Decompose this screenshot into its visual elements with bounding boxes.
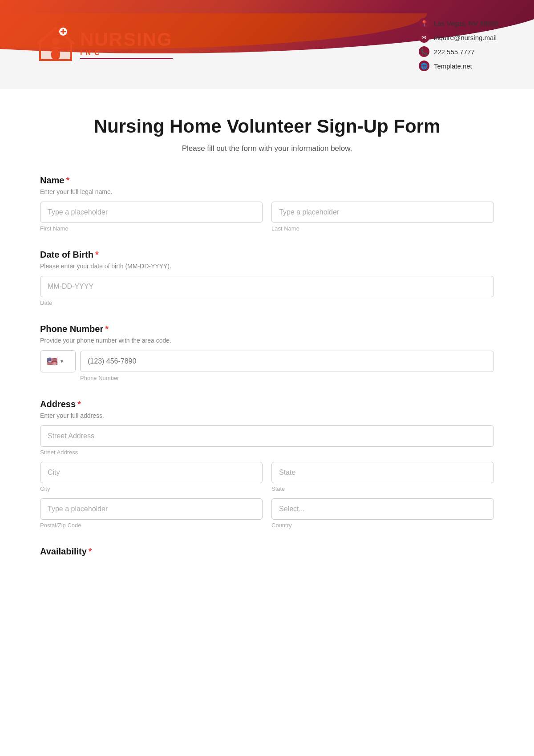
city-state-row: City State [40, 462, 494, 492]
phone-row: 🇺🇸 ▾ [40, 350, 494, 372]
dob-section: Date of Birth* Please enter your date of… [40, 250, 494, 306]
header: NURSING INC 📍 Las Vegas, NV 89030 ✉ inqu… [0, 0, 534, 89]
availability-label: Availability* [40, 546, 494, 557]
contact-address: 📍 Las Vegas, NV 89030 [419, 18, 498, 28]
street-input[interactable] [40, 425, 494, 447]
first-name-group: First Name [40, 202, 263, 232]
city-group: City [40, 462, 263, 492]
phone-text: 222 555 7777 [434, 48, 475, 56]
name-hint: Enter your full legal name. [40, 188, 494, 195]
name-label: Name* [40, 175, 494, 186]
first-name-hint: First Name [40, 225, 263, 232]
country-selector[interactable]: 🇺🇸 ▾ [40, 350, 76, 372]
svg-point-3 [52, 38, 59, 45]
address-section: Address* Enter your full address. Street… [40, 399, 494, 529]
zip-input[interactable] [40, 498, 263, 520]
contact-info: 📍 Las Vegas, NV 89030 ✉ inquire@nursing.… [419, 18, 498, 71]
form-subtitle: Please fill out the form with your infor… [40, 144, 494, 153]
logo-icon [36, 24, 76, 65]
location-icon: 📍 [419, 18, 429, 28]
dob-hint: Please enter your date of birth (MM-DD-Y… [40, 263, 494, 270]
required-star-phone: * [105, 324, 109, 334]
company-name: NURSING [80, 30, 173, 49]
required-star: * [66, 175, 69, 185]
name-section: Name* Enter your full legal name. First … [40, 175, 494, 232]
required-star-address: * [77, 399, 81, 409]
state-hint: State [271, 485, 494, 492]
svg-rect-2 [51, 49, 60, 60]
name-fields: First Name Last Name [40, 202, 494, 232]
phone-label: Phone Number* [40, 324, 494, 334]
country-input[interactable] [271, 498, 494, 520]
chevron-down-icon: ▾ [61, 358, 63, 364]
address-label: Address* [40, 399, 494, 409]
zip-country-row: Postal/Zip Code Country [40, 498, 494, 529]
dob-input[interactable] [40, 276, 494, 297]
availability-section: Availability* [40, 546, 494, 557]
email-icon: ✉ [419, 32, 429, 43]
phone-hint: Provide your phone number with the area … [40, 337, 494, 344]
form-title: Nursing Home Volunteer Sign-Up Form [40, 116, 494, 137]
logo-text: NURSING INC [80, 30, 173, 59]
flag-emoji: 🇺🇸 [47, 356, 58, 367]
contact-website: 🌐 Template.net [419, 61, 498, 71]
city-hint: City [40, 485, 263, 492]
web-icon: 🌐 [419, 61, 429, 71]
country-hint: Country [271, 522, 494, 529]
last-name-input[interactable] [271, 202, 494, 223]
contact-email: ✉ inquire@nursing.mail [419, 32, 498, 43]
required-star-dob: * [95, 250, 99, 259]
country-group: Country [271, 498, 494, 529]
zip-hint: Postal/Zip Code [40, 522, 263, 529]
zip-group: Postal/Zip Code [40, 498, 263, 529]
state-input[interactable] [271, 462, 494, 483]
address-text: Las Vegas, NV 89030 [434, 20, 498, 27]
address-hint: Enter your full address. [40, 412, 494, 419]
first-name-input[interactable] [40, 202, 263, 223]
dob-group: Date [40, 276, 494, 306]
required-star-availability: * [89, 546, 92, 556]
main-content: Nursing Home Volunteer Sign-Up Form Plea… [0, 89, 534, 610]
contact-phone: 📞 222 555 7777 [419, 46, 498, 57]
dob-label: Date of Birth* [40, 250, 494, 260]
last-name-group: Last Name [271, 202, 494, 232]
email-text: inquire@nursing.mail [434, 34, 497, 41]
state-group: State [271, 462, 494, 492]
street-hint: Street Address [40, 449, 494, 456]
last-name-hint: Last Name [271, 225, 494, 232]
phone-icon: 📞 [419, 46, 429, 57]
city-input[interactable] [40, 462, 263, 483]
phone-input[interactable] [80, 351, 494, 372]
company-inc: INC [80, 49, 173, 59]
dob-field-hint: Date [40, 299, 494, 306]
logo: NURSING INC [36, 24, 173, 65]
street-group: Street Address [40, 425, 494, 456]
phone-number-hint: Phone Number [80, 375, 494, 381]
website-text: Template.net [434, 62, 472, 70]
phone-section: Phone Number* Provide your phone number … [40, 324, 494, 381]
